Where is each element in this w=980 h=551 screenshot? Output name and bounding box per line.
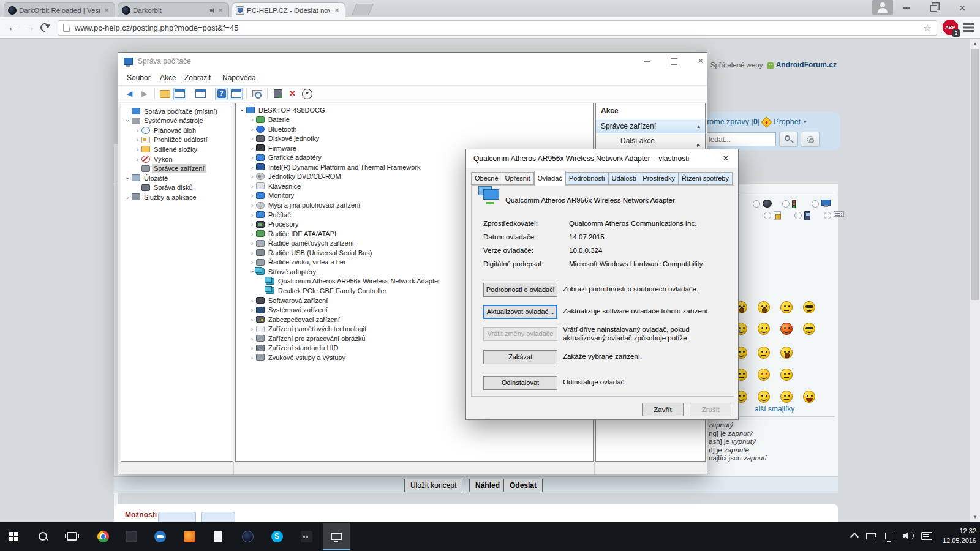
menu-zobrazit[interactable]: Zobrazit <box>183 72 212 83</box>
tree-item[interactable]: Zařízení pro zpracování obrázků <box>248 334 367 343</box>
tray-chevron-up-icon[interactable] <box>848 530 861 542</box>
tree-item[interactable]: Řadiče IDE ATA/ATAPI <box>248 229 338 238</box>
tree-item[interactable]: Intel(R) Dynamic Platform and Thermal Fr… <box>248 162 423 171</box>
podrobnosti-o-ovlada-i-button[interactable]: Podrobnosti o ovladači <box>483 283 557 297</box>
taskbar-darkorbit-button[interactable] <box>234 523 261 550</box>
smiley-cool-icon[interactable] <box>803 301 815 313</box>
cm-restore-button[interactable] <box>662 53 686 70</box>
tree-item[interactable]: Zabezpečovací zařízení <box>248 315 342 324</box>
topic-icon-radio[interactable] <box>764 212 771 219</box>
tree-item[interactable]: Klávesnice <box>248 181 303 190</box>
expander-icon[interactable] <box>248 173 256 180</box>
browser-tab[interactable]: DarkOrbit Reloaded | Vesm <box>4 2 115 17</box>
expander-icon[interactable] <box>248 144 256 152</box>
tree-item[interactable]: Výkon <box>134 154 175 163</box>
tree-item[interactable]: Firmware <box>248 143 298 152</box>
smiley-frown-icon[interactable] <box>780 391 793 403</box>
scroll-down-arrow-icon[interactable] <box>970 512 980 522</box>
expander-icon[interactable] <box>124 117 132 125</box>
expander-icon[interactable] <box>239 106 246 114</box>
tree-item[interactable]: Řadiče USB (Universal Serial Bus) <box>248 248 374 257</box>
expander-icon[interactable] <box>248 154 256 161</box>
taskbar-document-button[interactable] <box>205 523 232 550</box>
n-hled-button[interactable]: Náhled <box>469 479 506 492</box>
tree-item[interactable]: Úložiště <box>124 173 170 182</box>
expander-icon[interactable] <box>248 335 256 342</box>
expander-icon[interactable] <box>248 297 256 304</box>
expander-icon[interactable] <box>248 163 256 171</box>
topic-icon-radio[interactable] <box>812 200 819 208</box>
smiley-neutral-icon[interactable] <box>780 369 793 381</box>
back-toolbar-icon[interactable] <box>123 88 136 100</box>
down-toolbar-icon[interactable] <box>301 88 314 100</box>
taskbar-skype-button[interactable] <box>263 523 290 550</box>
scroll-up-arrow-icon[interactable] <box>970 39 980 48</box>
tab-rizeni-spotreby[interactable]: Řízení spotřeby <box>679 172 733 185</box>
expander-icon[interactable] <box>248 316 256 323</box>
expander-icon[interactable] <box>248 116 256 123</box>
smiley-neutral-icon[interactable] <box>758 347 770 359</box>
cm-close-button[interactable] <box>688 53 713 70</box>
ulo-it-koncept-button[interactable]: Uložit koncept <box>404 479 462 492</box>
dialog-close-button[interactable] <box>714 149 738 168</box>
tree-item[interactable]: Realtek PCIe GBE Family Controller <box>258 286 388 295</box>
smiley-happy-icon[interactable] <box>758 323 770 335</box>
tree-item[interactable]: Správce zařízení <box>134 164 206 173</box>
expander-icon[interactable] <box>124 193 132 201</box>
smiley-love-icon[interactable] <box>758 369 770 381</box>
expander-icon[interactable] <box>248 249 256 257</box>
tab-close-icon[interactable] <box>333 6 341 15</box>
tab-prostredky[interactable]: Prostředky <box>639 172 679 185</box>
actions-more-item[interactable]: Další akce <box>596 133 705 148</box>
expander-icon[interactable] <box>124 174 132 182</box>
smiley-cool-icon[interactable] <box>803 323 815 335</box>
expander-icon[interactable] <box>248 192 256 199</box>
tree-item[interactable]: Počítač <box>248 210 293 219</box>
attachments-tab[interactable] <box>158 512 196 522</box>
console-toolbar-icon[interactable] <box>194 88 207 100</box>
tree-item[interactable]: Zařízení paměťových technologií <box>248 324 368 334</box>
tab-ovladac[interactable]: Ovladač <box>534 171 566 186</box>
options-tab-label[interactable]: Možnosti <box>125 511 157 519</box>
bookmark-star-icon[interactable] <box>923 22 932 34</box>
dialog-title-bar[interactable]: Qualcomm Atheros AR956x Wireless Network… <box>466 149 738 168</box>
find-toolbar-icon[interactable] <box>251 88 263 100</box>
tray-battery-icon[interactable] <box>865 530 878 542</box>
profile-avatar-button[interactable] <box>872 0 893 15</box>
tab-upresnit[interactable]: Upřesnit <box>502 172 534 185</box>
taskbar-search-button[interactable] <box>29 523 56 550</box>
odeslat-button[interactable]: Odeslat <box>503 479 543 492</box>
tree-item[interactable]: Softwarová zařízení <box>248 296 330 305</box>
tree-item[interactable]: Monitory <box>248 191 296 200</box>
console-toolbar-icon[interactable] <box>173 88 186 100</box>
forward-toolbar-icon[interactable] <box>138 88 151 100</box>
tab-close-icon[interactable] <box>216 6 225 15</box>
window-minimize-button[interactable] <box>893 0 920 16</box>
folder-toolbar-icon[interactable] <box>159 88 172 100</box>
close-button[interactable]: Zavřít <box>642 403 684 416</box>
expander-icon[interactable] <box>134 146 141 153</box>
tree-item[interactable]: Procesory <box>248 220 301 229</box>
browser-tab[interactable]: Darkorbit <box>118 2 229 17</box>
topic-icon-radio[interactable] <box>782 200 790 208</box>
expander-icon[interactable] <box>248 220 256 228</box>
expander-icon[interactable] <box>248 211 256 219</box>
taskbar-start-button[interactable] <box>0 523 27 550</box>
tree-item[interactable]: Baterie <box>248 115 292 124</box>
smiley-shock-icon[interactable] <box>780 347 793 359</box>
tab-podrobnosti[interactable]: Podrobnosti <box>566 172 609 185</box>
window-close-button[interactable] <box>947 0 978 16</box>
expander-icon[interactable] <box>248 201 256 209</box>
menu-napoveda[interactable]: Nápověda <box>221 72 257 83</box>
new-tab-button[interactable] <box>352 4 373 15</box>
expander-icon[interactable] <box>248 325 256 332</box>
taskbar-chrome-button[interactable] <box>89 523 116 550</box>
tray-network-icon[interactable] <box>883 530 897 542</box>
menu-akce[interactable]: Akce <box>159 72 178 83</box>
actions-section-device-manager[interactable]: Správce zařízení <box>596 119 705 133</box>
expander-icon[interactable] <box>248 344 256 351</box>
smiley-devil-icon[interactable] <box>780 323 793 335</box>
tree-item[interactable]: DESKTOP-4S8DOCG <box>238 105 327 114</box>
tree-item[interactable]: Zařízení standardu HID <box>248 343 340 353</box>
driver-toolbar-icon[interactable] <box>271 88 284 100</box>
